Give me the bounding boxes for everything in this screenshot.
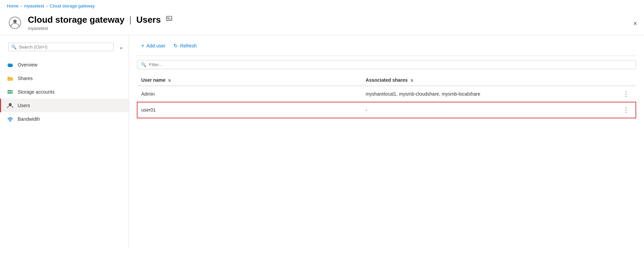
- svg-point-11: [12, 93, 12, 93]
- row-more-button[interactable]: ⋮: [621, 105, 632, 114]
- toolbar-divider: [137, 56, 636, 56]
- header-titles: Cloud storage gateway | Users myasetest: [28, 15, 637, 31]
- page-title: Cloud storage gateway | Users: [28, 15, 637, 25]
- nav-menu: Overview Shares Storage accounts Users B…: [0, 58, 129, 126]
- breadcrumb-myasetest[interactable]: myasetest: [24, 3, 44, 8]
- svg-point-12: [9, 103, 12, 106]
- sidebar: 🔍 « Overview Shares Storage accounts Use…: [0, 35, 129, 249]
- toolbar: + Add user ↻ Refresh: [137, 41, 636, 51]
- breadcrumb-home[interactable]: Home: [7, 3, 19, 8]
- folder-icon: [7, 75, 14, 82]
- svg-rect-3: [167, 17, 169, 18]
- add-user-label: Add user: [146, 43, 165, 48]
- resource-icon: [7, 15, 23, 31]
- storage-icon: [7, 89, 14, 95]
- col-username[interactable]: User name ⇅: [137, 75, 362, 86]
- page-header: Cloud storage gateway | Users myasetest …: [0, 12, 644, 35]
- breadcrumb-current[interactable]: Cloud storage gateway: [50, 3, 95, 8]
- feedback-icon[interactable]: [166, 16, 172, 24]
- refresh-icon: ↻: [173, 43, 178, 49]
- sidebar-item-label: Users: [18, 103, 30, 108]
- search-icon: 🔍: [11, 44, 17, 50]
- breadcrumb: Home › myasetest › Cloud storage gateway: [0, 0, 644, 12]
- breadcrumb-sep2: ›: [46, 4, 48, 8]
- filter-bar[interactable]: 🔍: [137, 60, 636, 69]
- sidebar-item-label: Shares: [18, 76, 33, 81]
- svg-point-1: [13, 20, 17, 23]
- row-more-button[interactable]: ⋮: [621, 90, 632, 98]
- sidebar-item-label: Overview: [18, 62, 37, 67]
- sidebar-item-label: Bandwidth: [18, 116, 40, 122]
- table-header: User name ⇅ Associated shares ⇅: [137, 75, 636, 86]
- sidebar-item-label: Storage accounts: [18, 89, 55, 95]
- breadcrumb-sep1: ›: [21, 4, 22, 8]
- filter-input[interactable]: [149, 62, 632, 67]
- sidebar-item-shares[interactable]: Shares: [0, 72, 129, 85]
- svg-rect-4: [167, 18, 170, 19]
- cell-associated-shares: -: [362, 102, 615, 118]
- resource-subtitle: myasetest: [28, 26, 637, 31]
- refresh-label: Refresh: [180, 43, 197, 48]
- svg-point-13: [10, 121, 11, 122]
- collapse-sidebar-button[interactable]: «: [118, 44, 125, 51]
- cell-username: user01: [137, 102, 362, 118]
- wifi-icon: [7, 116, 14, 122]
- close-button[interactable]: ×: [633, 20, 637, 27]
- add-icon: +: [141, 43, 144, 49]
- cell-username: Admin: [137, 86, 362, 102]
- resource-name: Cloud storage gateway: [28, 15, 125, 25]
- svg-point-10: [12, 91, 12, 91]
- title-separator: |: [129, 15, 132, 25]
- svg-point-7: [10, 64, 13, 66]
- sidebar-item-users[interactable]: Users: [0, 99, 129, 112]
- table-row[interactable]: user01 - ⋮: [137, 102, 636, 118]
- cell-actions: ⋮: [615, 86, 636, 102]
- sort-username-icon[interactable]: ⇅: [168, 79, 171, 82]
- refresh-button[interactable]: ↻ Refresh: [169, 41, 201, 51]
- sidebar-item-storage-accounts[interactable]: Storage accounts: [0, 85, 129, 99]
- sidebar-item-overview[interactable]: Overview: [0, 58, 129, 72]
- sidebar-item-bandwidth[interactable]: Bandwidth: [0, 112, 129, 126]
- cloud-icon: [7, 61, 14, 68]
- user-icon: [7, 102, 14, 109]
- users-table: User name ⇅ Associated shares ⇅ Admin my…: [137, 75, 636, 118]
- col-associated-shares[interactable]: Associated shares ⇅: [362, 75, 615, 86]
- sidebar-search[interactable]: 🔍: [8, 43, 114, 51]
- search-input[interactable]: [19, 44, 111, 50]
- content-area: + Add user ↻ Refresh 🔍 User name ⇅: [129, 35, 644, 249]
- cell-actions: ⋮: [615, 102, 636, 118]
- table-row[interactable]: Admin mysharelocal1, mysmb-cloudshare, m…: [137, 86, 636, 102]
- main-layout: 🔍 « Overview Shares Storage accounts Use…: [0, 35, 644, 249]
- add-user-button[interactable]: + Add user: [137, 41, 169, 51]
- section-name: Users: [136, 15, 161, 25]
- cell-associated-shares: mysharelocal1, mysmb-cloudshare, mysmb-l…: [362, 86, 615, 102]
- sort-shares-icon[interactable]: ⇅: [410, 79, 413, 82]
- table-body: Admin mysharelocal1, mysmb-cloudshare, m…: [137, 86, 636, 118]
- filter-icon: 🔍: [141, 62, 146, 67]
